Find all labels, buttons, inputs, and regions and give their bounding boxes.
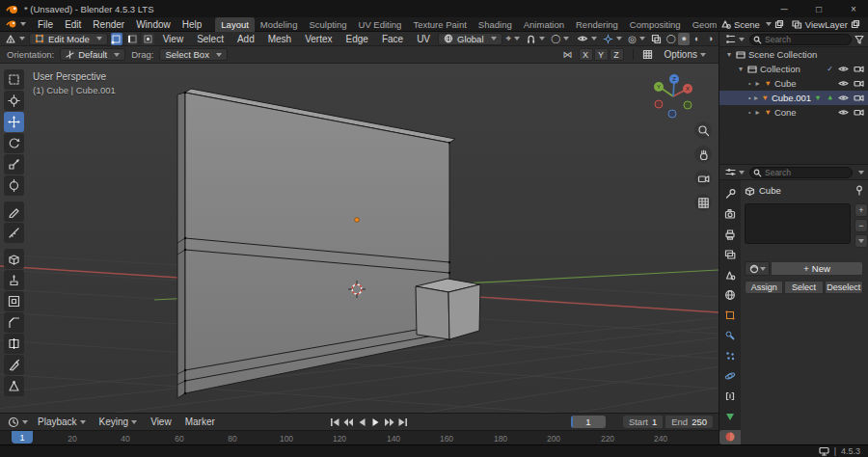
playhead[interactable]: 1 [12,431,33,444]
outliner-row-scene-collection[interactable]: ▾ Scene Collection [719,47,868,62]
toggle-perspective-button[interactable] [694,194,712,211]
play-reverse-button[interactable] [356,416,367,428]
tab-scene[interactable] [719,267,741,282]
shading-wireframe-button[interactable]: ◯ [665,33,677,45]
hide-eye-icon[interactable] [838,108,849,117]
menu-mesh[interactable]: Mesh [262,32,297,46]
tab-output[interactable] [719,227,741,241]
view-menu[interactable]: View [145,415,177,429]
menu-window[interactable]: Window [130,17,176,32]
options-menu[interactable]: Options [659,47,712,62]
mirror-x-button[interactable]: X [579,48,593,61]
measure-tool[interactable] [4,223,24,243]
checkbox-icon[interactable]: ✓ [827,65,833,73]
workspace-tab-compositing[interactable]: Compositing [624,17,687,32]
hide-eye-icon[interactable] [838,65,849,73]
tab-world[interactable] [719,287,741,302]
toggle-xray-button[interactable] [649,33,664,45]
new-material-button[interactable]: + New [771,261,863,276]
outliner-editor-type-button[interactable] [723,33,746,45]
transform-orientation-selector[interactable]: Global [438,33,502,45]
outliner-search[interactable] [749,34,852,45]
annotate-tool[interactable] [4,202,24,222]
next-keyframe-button[interactable] [383,416,394,428]
hide-eye-icon[interactable] [838,94,849,102]
menu-vertex[interactable]: Vertex [299,32,338,46]
filter-icon[interactable] [854,35,864,44]
timeline-editor-type-button[interactable] [6,416,30,428]
properties-search[interactable] [749,167,853,178]
pin-icon[interactable] [854,185,864,196]
gizmo-x-neg[interactable] [655,100,663,108]
scale-tool[interactable] [4,154,24,175]
object-type-visibility-button[interactable] [575,33,599,45]
tab-constraints[interactable] [719,390,741,404]
mirror-z-button[interactable]: Z [610,48,624,61]
rotate-tool[interactable] [4,133,24,153]
keying-menu[interactable]: Keying [94,415,144,429]
workspace-tab-sculpting[interactable]: Sculpting [303,17,352,32]
menu-render[interactable]: Render [87,17,130,32]
extrude-tool[interactable] [4,270,24,290]
workspace-tab-layout[interactable]: Layout [215,17,255,32]
shading-rendered-button[interactable]: ◑ [705,33,717,45]
maximize-button[interactable]: □ [804,0,833,17]
material-slot-list[interactable] [745,203,851,244]
editor-type-button[interactable] [3,33,27,45]
frame-start-field[interactable]: Start1 [623,416,663,428]
expand-icon[interactable]: ▸ [753,94,758,102]
outliner-row-cone[interactable]: • ▸ ▼ Cone [719,105,868,120]
shading-solid-button[interactable]: ● [678,33,690,45]
drag-dropdown[interactable]: Select Box [159,48,227,61]
shading-material-button[interactable]: ◐ [692,33,703,45]
marker-menu[interactable]: Marker [179,415,221,429]
cube-mesh[interactable] [416,279,480,339]
show-overlays-button[interactable]: ◎ [626,33,647,45]
previous-keyframe-button[interactable] [342,416,354,428]
viewport-3d[interactable]: X Y Z User Perspective (1) Cube | Cube.0… [0,64,719,413]
workspace-tab-rendering[interactable]: Rendering [570,17,624,32]
disable-render-camera-icon[interactable] [854,94,864,102]
close-button[interactable]: × [839,0,868,17]
gizmo-y-neg[interactable] [684,101,692,109]
bevel-tool[interactable] [4,312,24,333]
knife-tool[interactable] [4,355,24,375]
outliner-row-cube[interactable]: • ▸ ▼ Cube [719,76,868,91]
outliner-row-collection[interactable]: ▾ Collection ✓ [719,62,868,76]
transform-tool[interactable] [4,175,24,196]
tab-particles[interactable] [719,349,741,363]
mirror-y-button[interactable]: Y [594,48,609,61]
tab-view-layer[interactable] [719,247,741,261]
workspace-tab-texture-paint[interactable]: Texture Paint [407,17,472,32]
playback-menu[interactable]: Playback [32,415,92,429]
face-select-button[interactable] [142,33,153,45]
tab-modifiers[interactable] [719,329,741,343]
expand-icon[interactable]: ▸ [753,79,761,88]
new-scene-icon[interactable] [774,19,784,29]
properties-editor-type-button[interactable] [723,166,746,178]
vertex-select-button[interactable] [111,33,122,45]
scene-selector[interactable]: Scene [717,17,788,32]
pan-hand-button[interactable] [694,146,712,163]
poly-build-tool[interactable] [4,376,24,396]
tab-object-data[interactable] [719,410,741,424]
edge-select-button[interactable] [126,33,138,45]
snap-grid-icon[interactable] [642,49,653,60]
deselect-button[interactable]: Deselect [825,281,863,294]
menu-select[interactable]: Select [191,32,230,46]
camera-view-button[interactable] [694,170,712,187]
play-button[interactable] [369,416,381,428]
outliner-row-cube-001[interactable]: • ▸ ▼ Cube.001 ▼ ▼ [719,91,868,105]
menu-help[interactable]: Help [176,17,208,32]
disable-render-camera-icon[interactable] [854,65,864,73]
select-box-tool[interactable] [4,69,24,90]
menu-file[interactable]: File [32,17,59,32]
menu-edge[interactable]: Edge [340,32,374,46]
tab-tool[interactable] [719,186,741,201]
timeline-ruler[interactable]: 20 40 60 80 100 120 140 160 180 200 220 … [0,430,719,444]
current-frame-field[interactable]: 1 [571,416,606,428]
show-gizmo-button[interactable] [601,33,624,45]
browse-material-button[interactable] [745,261,770,276]
jump-to-start-button[interactable] [329,416,340,428]
tab-object[interactable] [719,308,741,322]
